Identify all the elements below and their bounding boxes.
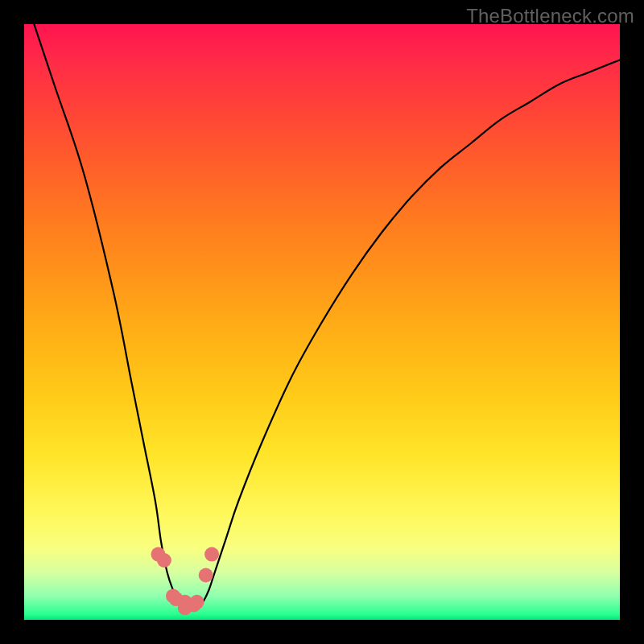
marker-dot [199,568,213,583]
watermark-text: TheBottleneck.com [466,5,634,27]
marker-dot [190,595,204,609]
plot-area [24,24,620,620]
marker-dot [157,553,171,568]
bottleneck-curve [24,24,620,609]
marker-dot [204,547,219,562]
chart-frame: TheBottleneck.com [0,0,644,644]
curve-layer [24,24,620,620]
optimal-range-markers [151,547,220,616]
